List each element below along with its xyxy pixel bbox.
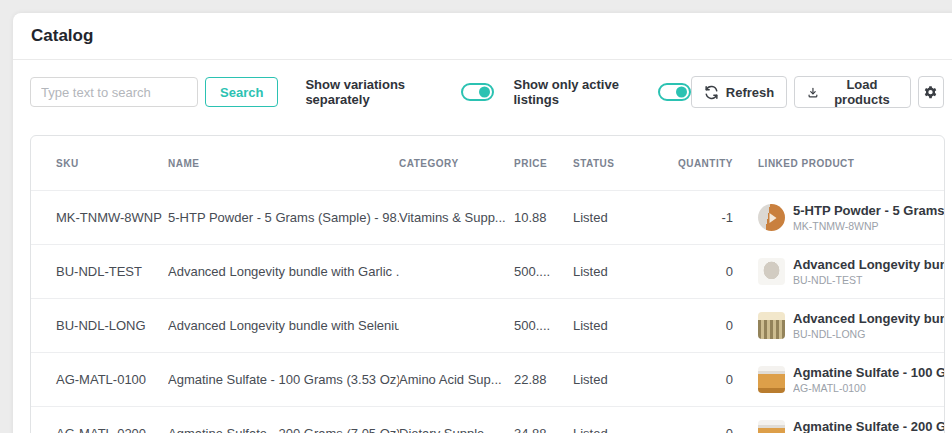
cell-price: 34.88 bbox=[514, 426, 573, 433]
linked-product-sku: MK-TNMW-8WNP bbox=[793, 220, 944, 233]
card-header: Catalog bbox=[13, 13, 952, 60]
product-thumbnail-icon bbox=[758, 312, 785, 339]
cell-sku: AG-MATL-0100 bbox=[31, 372, 168, 387]
refresh-icon bbox=[704, 85, 719, 100]
table-row[interactable]: MK-TNMW-8WNP 5-HTP Powder - 5 Grams (Sam… bbox=[31, 191, 944, 245]
settings-button[interactable] bbox=[918, 76, 944, 108]
cell-name: Advanced Longevity bundle with Seleniu..… bbox=[168, 318, 399, 333]
load-products-button-label: Load products bbox=[826, 77, 898, 107]
cell-linked-product[interactable]: Agmatine Sulfate - 200 Grams (7.0 AG-MAT… bbox=[743, 419, 944, 433]
linked-product-text: Advanced Longevity bundle with G BU-NDL-… bbox=[793, 257, 944, 286]
column-header-category: CATEGORY bbox=[399, 158, 514, 169]
column-header-price: PRICE bbox=[514, 158, 573, 169]
toggle-knob bbox=[676, 87, 687, 98]
linked-product-text: 5-HTP Powder - 5 Grams (Sample) MK-TNMW-… bbox=[793, 203, 944, 232]
linked-product-sku: BU-NDL-TEST bbox=[793, 274, 944, 287]
product-thumbnail-icon bbox=[758, 420, 785, 433]
cell-status: Listed bbox=[573, 426, 657, 433]
linked-product-text: Advanced Longevity bundle with S BU-NDL-… bbox=[793, 311, 944, 340]
page-title: Catalog bbox=[31, 26, 93, 46]
table-row[interactable]: BU-NDL-LONG Advanced Longevity bundle wi… bbox=[31, 299, 944, 353]
toolbar: Search Show variations separately Show o… bbox=[13, 60, 952, 108]
linked-product-title: Agmatine Sulfate - 100 Grams (3.5 bbox=[793, 365, 944, 381]
load-products-button[interactable]: Load products bbox=[794, 76, 911, 108]
linked-product-title: Agmatine Sulfate - 200 Grams (7.0 bbox=[793, 419, 944, 433]
column-header-status: STATUS bbox=[573, 158, 657, 169]
variations-toggle[interactable] bbox=[461, 83, 494, 101]
product-thumbnail-icon bbox=[758, 204, 785, 231]
cell-linked-product[interactable]: Agmatine Sulfate - 100 Grams (3.5 AG-MAT… bbox=[743, 365, 944, 394]
cell-quantity: -1 bbox=[657, 210, 743, 225]
cell-price: 10.88 bbox=[514, 210, 573, 225]
cell-quantity: 0 bbox=[657, 318, 743, 333]
cell-status: Listed bbox=[573, 372, 657, 387]
cell-name: Agmatine Sulfate - 100 Grams (3.53 Oz)..… bbox=[168, 372, 399, 387]
cell-status: Listed bbox=[573, 210, 657, 225]
product-thumbnail-icon bbox=[758, 366, 785, 393]
column-header-linked-product: LINKED PRODUCT bbox=[743, 158, 944, 169]
cell-category: Vitamins & Supp... bbox=[399, 210, 514, 225]
column-header-sku: SKU bbox=[31, 158, 168, 169]
cell-status: Listed bbox=[573, 264, 657, 279]
active-listings-toggle[interactable] bbox=[658, 83, 691, 101]
cell-price: 22.88 bbox=[514, 372, 573, 387]
cell-name: 5-HTP Powder - 5 Grams (Sample) - 98... bbox=[168, 210, 399, 225]
refresh-button-label: Refresh bbox=[726, 85, 774, 100]
catalog-table: SKU NAME CATEGORY PRICE STATUS QUANTITY … bbox=[30, 135, 945, 433]
gear-icon bbox=[923, 85, 938, 100]
cell-sku: AG-MATL-0200 bbox=[31, 426, 168, 433]
cell-linked-product[interactable]: Advanced Longevity bundle with S BU-NDL-… bbox=[743, 311, 944, 340]
refresh-button[interactable]: Refresh bbox=[691, 76, 787, 108]
linked-product-sku: AG-MATL-0100 bbox=[793, 382, 944, 395]
cell-status: Listed bbox=[573, 318, 657, 333]
product-thumbnail-icon bbox=[758, 258, 785, 285]
search-button[interactable]: Search bbox=[205, 77, 278, 107]
cell-linked-product[interactable]: 5-HTP Powder - 5 Grams (Sample) MK-TNMW-… bbox=[743, 203, 944, 232]
linked-product-text: Agmatine Sulfate - 200 Grams (7.0 AG-MAT… bbox=[793, 419, 944, 433]
variations-toggle-label: Show variations separately bbox=[305, 77, 452, 107]
search-input[interactable] bbox=[30, 77, 198, 107]
variations-toggle-group: Show variations separately bbox=[305, 77, 494, 107]
cell-sku: BU-NDL-TEST bbox=[31, 264, 168, 279]
cell-category: Dietary Supple... bbox=[399, 426, 514, 433]
cell-price: 500.... bbox=[514, 318, 573, 333]
cell-category: Amino Acid Sup... bbox=[399, 372, 514, 387]
linked-product-title: Advanced Longevity bundle with G bbox=[793, 257, 944, 273]
table-row[interactable]: AG-MATL-0200 Agmatine Sulfate - 200 Gram… bbox=[31, 407, 944, 433]
cell-name: Agmatine Sulfate - 200 Grams (7.05 Oz)..… bbox=[168, 426, 399, 433]
cell-name: Advanced Longevity bundle with Garlic ..… bbox=[168, 264, 399, 279]
cell-sku: MK-TNMW-8WNP bbox=[31, 210, 168, 225]
active-listings-toggle-label: Show only active listings bbox=[513, 77, 648, 107]
linked-product-title: 5-HTP Powder - 5 Grams (Sample) bbox=[793, 203, 944, 219]
table-row[interactable]: BU-NDL-TEST Advanced Longevity bundle wi… bbox=[31, 245, 944, 299]
cell-price: 500.... bbox=[514, 264, 573, 279]
download-icon bbox=[807, 85, 819, 100]
linked-product-text: Agmatine Sulfate - 100 Grams (3.5 AG-MAT… bbox=[793, 365, 944, 394]
cell-quantity: 0 bbox=[657, 264, 743, 279]
cell-quantity: 0 bbox=[657, 372, 743, 387]
table-row[interactable]: AG-MATL-0100 Agmatine Sulfate - 100 Gram… bbox=[31, 353, 944, 407]
toggle-knob bbox=[479, 87, 490, 98]
catalog-card: Catalog Search Show variations separatel… bbox=[13, 13, 952, 433]
cell-sku: BU-NDL-LONG bbox=[31, 318, 168, 333]
linked-product-title: Advanced Longevity bundle with S bbox=[793, 311, 944, 327]
toolbar-right-group: Refresh Load products bbox=[691, 76, 944, 108]
table-header-row: SKU NAME CATEGORY PRICE STATUS QUANTITY … bbox=[31, 136, 944, 191]
cell-quantity: 0 bbox=[657, 426, 743, 433]
column-header-quantity: QUANTITY bbox=[657, 158, 743, 169]
active-listings-toggle-group: Show only active listings bbox=[513, 77, 690, 107]
linked-product-sku: BU-NDL-LONG bbox=[793, 328, 944, 341]
column-header-name: NAME bbox=[168, 158, 399, 169]
cell-linked-product[interactable]: Advanced Longevity bundle with G BU-NDL-… bbox=[743, 257, 944, 286]
